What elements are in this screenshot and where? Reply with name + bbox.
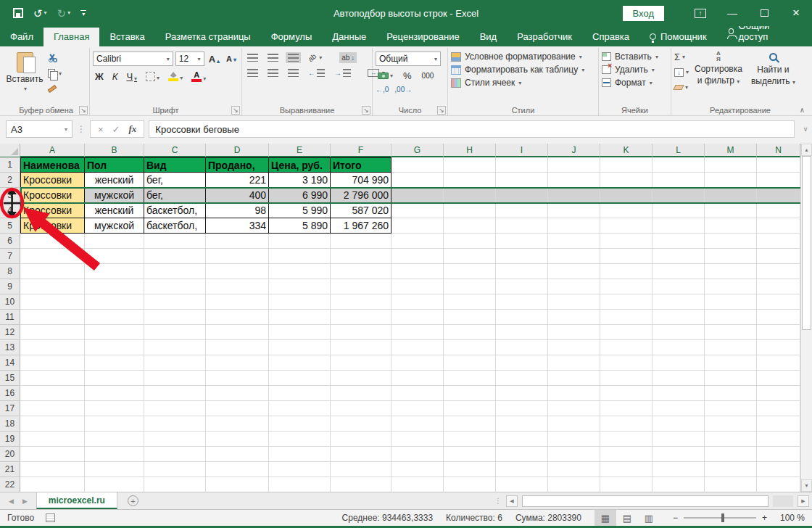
col-header-M[interactable]: M <box>705 144 757 157</box>
cell-L9[interactable] <box>652 279 705 294</box>
increase-indent-button[interactable]: → <box>332 67 353 78</box>
cell-J14[interactable] <box>548 355 600 371</box>
cell-K2[interactable] <box>600 173 652 188</box>
cell-J1[interactable] <box>548 157 600 173</box>
cell-L19[interactable] <box>652 432 705 447</box>
cell-L6[interactable] <box>652 234 705 249</box>
cell-E17[interactable] <box>269 401 331 416</box>
find-select-button[interactable]: Найти и выделить ▾ <box>748 49 798 89</box>
cell-A9[interactable] <box>20 279 85 294</box>
cell-C22[interactable] <box>144 477 206 492</box>
align-bottom-button[interactable] <box>286 52 301 63</box>
cell-L3[interactable] <box>652 188 705 203</box>
cell-I4[interactable] <box>496 203 548 218</box>
cell-C5[interactable]: баскетбол, <box>144 218 206 234</box>
accounting-format-button[interactable]: ▾ <box>376 72 395 80</box>
cell-H12[interactable] <box>444 325 496 340</box>
cell-K11[interactable] <box>600 310 652 325</box>
cell-L8[interactable] <box>652 264 705 279</box>
cell-L21[interactable] <box>652 462 705 477</box>
cell-B1[interactable]: Пол <box>85 157 144 173</box>
cell-M18[interactable] <box>705 416 757 432</box>
cell-I6[interactable] <box>496 234 548 249</box>
cell-C10[interactable] <box>144 294 206 310</box>
row-header-19[interactable]: 19 <box>0 432 20 447</box>
cell-M8[interactable] <box>705 264 757 279</box>
cell-E19[interactable] <box>269 432 331 447</box>
copy-button[interactable]: ▾ <box>46 67 63 80</box>
cell-N3[interactable] <box>757 188 800 203</box>
cell-C20[interactable] <box>144 447 206 462</box>
cell-M10[interactable] <box>705 294 757 310</box>
cell-E8[interactable] <box>269 264 331 279</box>
zoom-slider-thumb[interactable] <box>721 513 724 522</box>
insert-function-button[interactable]: fx <box>129 123 137 135</box>
cell-N20[interactable] <box>757 447 800 462</box>
cell-H21[interactable] <box>444 462 496 477</box>
cell-K22[interactable] <box>600 477 652 492</box>
cell-A12[interactable] <box>20 325 85 340</box>
row-header-11[interactable]: 11 <box>0 310 20 325</box>
align-top-button[interactable] <box>245 52 260 63</box>
row-header-10[interactable]: 10 <box>0 294 20 310</box>
cell-J7[interactable] <box>548 249 600 264</box>
cell-F4[interactable]: 587 020 <box>331 203 392 218</box>
cell-C19[interactable] <box>144 432 206 447</box>
cell-I13[interactable] <box>496 340 548 355</box>
clipboard-dialog-launcher[interactable]: ↘ <box>79 106 88 115</box>
row-header-16[interactable]: 16 <box>0 386 20 401</box>
row-header-15[interactable]: 15 <box>0 371 20 386</box>
align-left-button[interactable] <box>245 67 260 78</box>
fill-color-button[interactable]: ▾ <box>166 71 185 82</box>
cell-N5[interactable] <box>757 218 800 234</box>
cell-F3[interactable]: 2 796 000 <box>331 188 392 203</box>
cell-C11[interactable] <box>144 310 206 325</box>
cell-I10[interactable] <box>496 294 548 310</box>
cell-B12[interactable] <box>85 325 144 340</box>
cell-M7[interactable] <box>705 249 757 264</box>
cell-H17[interactable] <box>444 401 496 416</box>
cell-B16[interactable] <box>85 386 144 401</box>
increase-font-button[interactable]: A▴ <box>207 53 222 65</box>
row-header-20[interactable]: 20 <box>0 447 20 462</box>
cell-E4[interactable]: 5 990 <box>269 203 331 218</box>
close-button[interactable]: × <box>780 0 812 26</box>
cell-G3[interactable] <box>392 188 444 203</box>
cell-C17[interactable] <box>144 401 206 416</box>
cell-E1[interactable]: Цена, руб. <box>269 157 331 173</box>
cell-L15[interactable] <box>652 371 705 386</box>
cell-K19[interactable] <box>600 432 652 447</box>
redo-button[interactable]: ↻▾ <box>57 8 71 19</box>
cell-K10[interactable] <box>600 294 652 310</box>
cell-A11[interactable] <box>20 310 85 325</box>
cell-I19[interactable] <box>496 432 548 447</box>
cell-G9[interactable] <box>392 279 444 294</box>
ribbon-display-options-button[interactable]: ↑ <box>684 0 716 26</box>
cell-F5[interactable]: 1 967 260 <box>331 218 392 234</box>
decrease-font-button[interactable]: A▾ <box>224 54 239 64</box>
cell-J5[interactable] <box>548 218 600 234</box>
cell-F6[interactable] <box>331 234 392 249</box>
cell-C1[interactable]: Вид <box>144 157 206 173</box>
cell-G18[interactable] <box>392 416 444 432</box>
cell-H16[interactable] <box>444 386 496 401</box>
sheet-tab-active[interactable]: microexcel.ru <box>36 492 117 509</box>
cell-H22[interactable] <box>444 477 496 492</box>
name-box[interactable]: A3▾ <box>6 120 72 138</box>
cell-N12[interactable] <box>757 325 800 340</box>
select-all-corner[interactable] <box>0 144 20 157</box>
scroll-right-button[interactable]: ▶ <box>798 495 809 507</box>
cell-H3[interactable] <box>444 188 496 203</box>
cell-K6[interactable] <box>600 234 652 249</box>
cell-B2[interactable]: женский <box>85 173 144 188</box>
cell-A10[interactable] <box>20 294 85 310</box>
cell-D1[interactable]: Продано, <box>206 157 269 173</box>
cell-F19[interactable] <box>331 432 392 447</box>
view-page-break-button[interactable]: ▥ <box>638 510 660 526</box>
cell-C18[interactable] <box>144 416 206 432</box>
cell-H19[interactable] <box>444 432 496 447</box>
increase-decimal-button[interactable]: ←,0 <box>376 86 389 94</box>
view-normal-button[interactable]: ▦ <box>594 510 616 526</box>
delete-cells-button[interactable]: Удалить▾ <box>602 65 668 75</box>
cell-B14[interactable] <box>85 355 144 371</box>
